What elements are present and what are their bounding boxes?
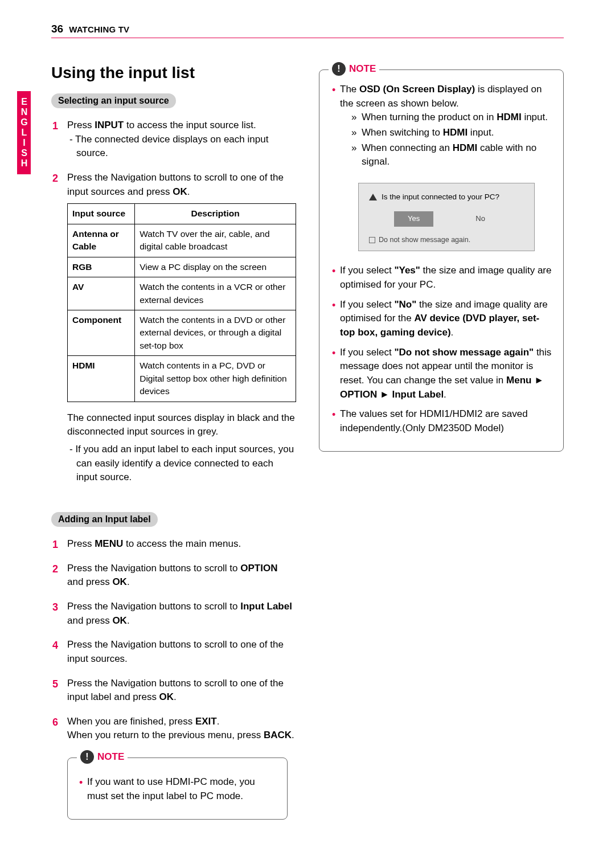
- input-source-table: Input source Description Antenna or Cabl…: [67, 203, 296, 402]
- osd-checkbox-row[interactable]: Do not show message again.: [359, 235, 534, 245]
- step-1: Press MENU to access the main menus.: [51, 537, 296, 551]
- note-item: If you want to use HDMI-PC mode, you mus…: [79, 775, 276, 803]
- step-1-sub: The connected device displays on each in…: [67, 133, 296, 161]
- language-tab: ENGLISH: [17, 91, 31, 174]
- note-item: The values set for HDMI1/HDMI2 are saved…: [332, 407, 553, 435]
- note-item: If you select "Yes" the size and image q…: [332, 264, 553, 292]
- note-label: ! NOTE: [77, 750, 128, 764]
- step-2: Press the Navigation buttons to scroll t…: [51, 171, 296, 485]
- note-label: ! NOTE: [329, 62, 379, 76]
- table-row: AVWatch the contents in a VCR or other e…: [68, 277, 296, 310]
- chevron-item: When turning the product on in HDMI inpu…: [351, 110, 553, 125]
- note-item: If you select "No" the size and image qu…: [332, 298, 553, 340]
- step-6: When you are finished, press EXIT. When …: [51, 715, 296, 743]
- step-1: Press INPUT to access the input source l…: [51, 118, 296, 161]
- note-item: If you select "Do not show message again…: [332, 346, 553, 402]
- after-table-text: The connected input sources display in b…: [67, 411, 296, 439]
- osd-dialog: Is the input connected to your PC? Yes N…: [358, 183, 535, 252]
- checkbox-icon[interactable]: [369, 237, 375, 243]
- page-header: 36 WATCHING TV: [51, 23, 564, 38]
- table-row: HDMIWatch contents in a PC, DVD or Digit…: [68, 356, 296, 402]
- note-box-left: ! NOTE If you want to use HDMI-PC mode, …: [67, 758, 288, 820]
- th-input-source: Input source: [68, 204, 135, 224]
- chevron-item: When switching to HDMI input.: [351, 126, 553, 140]
- osd-yes-button[interactable]: Yes: [394, 211, 433, 227]
- note-box-right: ! NOTE The OSD (On Screen Display) is di…: [319, 69, 564, 452]
- steps-adding-label: Press MENU to access the main menus. Pre…: [51, 537, 296, 743]
- table-row: ComponentWatch the contents in a DVD or …: [68, 310, 296, 356]
- step-2: Press the Navigation buttons to scroll t…: [51, 562, 296, 589]
- subsection-adding-label: Adding an Input label: [51, 512, 158, 527]
- table-row: RGBView a PC display on the screen: [68, 257, 296, 277]
- th-description: Description: [135, 204, 296, 224]
- table-row: Antenna or CableWatch TV over the air, c…: [68, 224, 296, 257]
- info-icon: !: [332, 62, 346, 76]
- note-item: The OSD (On Screen Display) is displayed…: [332, 83, 553, 251]
- subsection-selecting-input: Selecting an input source: [51, 93, 176, 108]
- header-section: WATCHING TV: [69, 24, 129, 34]
- chevron-item: When connecting an HDMI cable with no si…: [351, 141, 553, 169]
- step-5: Press the Navigation buttons to scroll t…: [51, 677, 296, 705]
- after-table-sub: If you add an input label to each input …: [67, 443, 296, 485]
- page-number: 36: [51, 23, 63, 35]
- osd-no-button[interactable]: No: [462, 211, 499, 227]
- step-4: Press the Navigation buttons to scroll t…: [51, 638, 296, 666]
- section-title: Using the input list: [51, 64, 296, 82]
- warning-icon: [369, 194, 377, 200]
- right-column: ! NOTE The OSD (On Screen Display) is di…: [319, 64, 564, 820]
- info-icon: !: [80, 750, 94, 764]
- step-3: Press the Navigation buttons to scroll t…: [51, 600, 296, 628]
- steps-selecting-input: Press INPUT to access the input source l…: [51, 118, 296, 485]
- osd-question: Is the input connected to your PC?: [359, 191, 534, 212]
- left-column: Using the input list Selecting an input …: [51, 64, 296, 820]
